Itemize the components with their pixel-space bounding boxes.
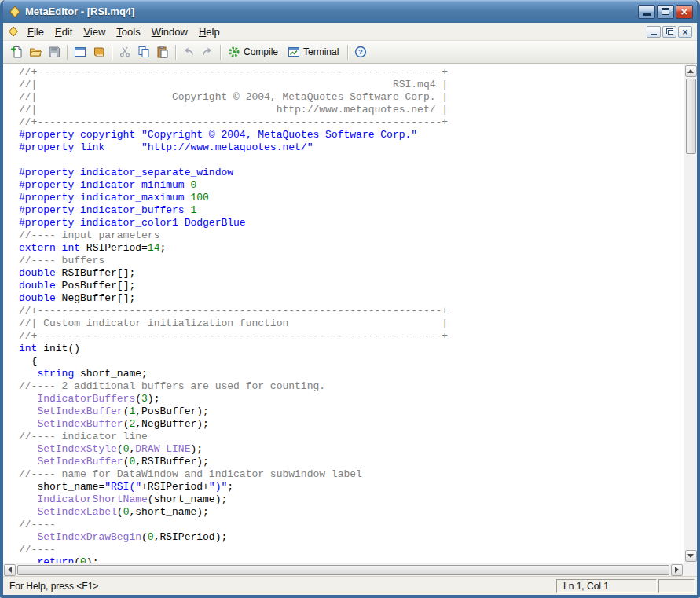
window-title: MetaEditor - [RSI.mq4] [25, 6, 134, 17]
terminal-button[interactable]: Terminal [284, 43, 344, 61]
code-line: //---- input parameters [19, 229, 684, 242]
minimize-button[interactable] [638, 5, 655, 19]
code-line: SetIndexStyle(0,DRAW_LINE); [19, 443, 684, 456]
paste-icon [156, 46, 169, 58]
code-line: SetIndexDrawBegin(0,RSIPeriod); [19, 531, 684, 544]
arrow-right-icon [675, 567, 679, 573]
status-extra-panel [658, 579, 695, 593]
code-line: double RSIBuffer[]; [19, 267, 684, 280]
code-line: //| Custom indicator initialization func… [19, 317, 684, 330]
save-button[interactable] [45, 43, 64, 61]
toolbar-separator [175, 45, 176, 60]
code-line: short_name="RSI("+RSIPeriod+")"; [19, 481, 684, 493]
maximize-icon [662, 8, 669, 15]
vertical-scrollbar[interactable] [684, 64, 697, 563]
code-line: SetIndexBuffer(0,RSIBuffer); [19, 456, 684, 468]
close-button[interactable] [676, 5, 693, 19]
menu-item-edit[interactable]: Edit [49, 24, 78, 40]
terminal-icon [288, 46, 300, 58]
code-line: //| http://www.metaquotes.net/ | [19, 104, 684, 116]
code-line: #property indicator_buffers 1 [19, 204, 684, 217]
scroll-up-button[interactable] [685, 65, 697, 77]
code-line: double PosBuffer[]; [19, 280, 684, 292]
code-line: //---- [19, 519, 684, 531]
scroll-right-button[interactable] [671, 564, 683, 576]
title-bar: MetaEditor - [RSI.mq4] [3, 0, 697, 23]
code-line: //| RSI.mq4 | [19, 79, 684, 91]
undo-button[interactable] [179, 43, 198, 61]
code-line: IndicatorShortName(short_name); [19, 493, 684, 506]
compile-button[interactable]: Compile [224, 43, 284, 61]
code-line [19, 154, 684, 167]
menu-item-view[interactable]: View [78, 24, 111, 40]
code-line: SetIndexBuffer(2,NegBuffer); [19, 418, 684, 431]
menu-item-window[interactable]: Window [146, 24, 193, 40]
arrow-left-icon [8, 567, 12, 573]
document-icon[interactable] [8, 26, 19, 37]
code-line: { [19, 355, 684, 368]
code-line: //---- buffers [19, 255, 684, 267]
compile-icon [228, 46, 240, 58]
open-file-button[interactable] [26, 43, 45, 61]
open-folder-icon [29, 46, 42, 58]
mdi-close-button[interactable] [678, 26, 692, 38]
toolbar-separator [67, 45, 68, 60]
code-line: //---- 2 additional buffers are used for… [19, 380, 684, 393]
cursor-position: Ln 1, Col 1 [556, 579, 657, 593]
code-line: #property copyright "Copyright © 2004, M… [19, 129, 684, 141]
window-panel-icon [74, 46, 86, 58]
code-line: //+-------------------------------------… [19, 66, 684, 79]
paste-button[interactable] [153, 43, 172, 61]
new-file-button[interactable] [7, 43, 26, 61]
code-line: SetIndexBuffer(1,PosBuffer); [19, 405, 684, 418]
vertical-scroll-thumb[interactable] [686, 79, 696, 154]
code-line: #property indicator_minimum 0 [19, 179, 684, 192]
menu-item-file[interactable]: File [22, 24, 49, 40]
status-bar: For Help, press <F1> Ln 1, Col 1 [3, 576, 697, 595]
cut-button[interactable] [115, 43, 134, 61]
mdi-minimize-button[interactable] [647, 26, 661, 38]
toolbar: Compile Terminal ? [3, 41, 697, 64]
code-line: //+-------------------------------------… [19, 330, 684, 343]
copy-button[interactable] [134, 43, 153, 61]
code-line: //---- name for DataWindow and indicator… [19, 468, 684, 481]
scroll-left-button[interactable] [4, 564, 16, 576]
mdi-window-controls [647, 26, 694, 38]
arrow-down-icon [687, 554, 694, 558]
code-line: return(0); [19, 556, 684, 563]
horizontal-scrollbar[interactable] [3, 563, 684, 576]
code-line: IndicatorBuffers(3); [19, 393, 684, 405]
code-line: #property indicator_maximum 100 [19, 192, 684, 204]
minimize-icon [643, 13, 651, 16]
mdi-close-icon [682, 24, 687, 39]
close-icon [681, 5, 688, 19]
code-line: #property indicator_color1 DodgerBlue [19, 217, 684, 229]
terminal-button-label: Terminal [303, 46, 339, 57]
menu-item-help[interactable]: Help [193, 24, 225, 40]
code-line: //+-------------------------------------… [19, 305, 684, 317]
code-line: #property link "http://www.metaquotes.ne… [19, 141, 684, 154]
window-panel-button[interactable] [71, 43, 90, 61]
code-line: //+-------------------------------------… [19, 116, 684, 129]
editor-area: //+-------------------------------------… [3, 64, 697, 576]
title-bar-left: MetaEditor - [RSI.mq4] [9, 6, 134, 18]
status-help-text: For Help, press <F1> [5, 581, 555, 592]
scroll-down-button[interactable] [685, 550, 697, 562]
dictionary-book-icon [93, 46, 105, 58]
code-line: int init() [19, 343, 684, 355]
save-icon [48, 46, 60, 58]
code-line: //---- [19, 544, 684, 556]
horizontal-scroll-thumb[interactable] [17, 565, 669, 575]
redo-button[interactable] [198, 43, 217, 61]
maximize-button[interactable] [657, 5, 674, 19]
code-line: SetIndexLabel(0,short_name); [19, 506, 684, 519]
metaeditor-window: MetaEditor - [RSI.mq4] FileEditViewTools… [0, 0, 700, 598]
menu-item-tools[interactable]: Tools [111, 24, 145, 40]
code-content[interactable]: //+-------------------------------------… [3, 64, 684, 563]
mdi-restore-button[interactable] [662, 26, 676, 38]
dictionary-button[interactable] [90, 43, 108, 61]
toolbar-separator [347, 45, 348, 60]
help-button[interactable]: ? [351, 43, 370, 61]
mdi-restore-icon [668, 30, 673, 35]
code-line: double NegBuffer[]; [19, 292, 684, 305]
